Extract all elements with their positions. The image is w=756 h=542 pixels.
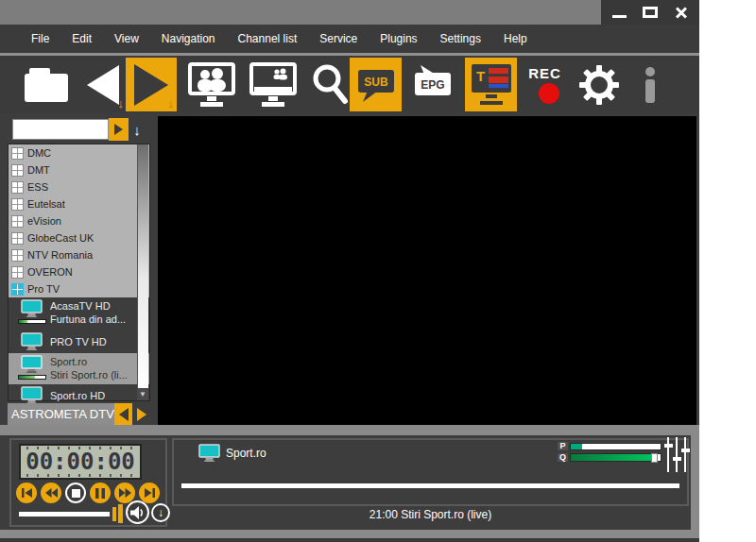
satellite-label: Eutelsat [27, 198, 65, 210]
satellite-label: ESS [27, 181, 48, 193]
previous-channel-button[interactable]: ↓ [79, 58, 127, 111]
grid-icon [11, 215, 24, 228]
program-progress [18, 319, 46, 324]
rewind-button[interactable] [41, 483, 61, 503]
play-button[interactable]: ↓ [126, 58, 177, 111]
settings-button[interactable] [573, 58, 625, 111]
grid-icon [11, 232, 24, 245]
grid-icon [11, 266, 24, 279]
menu-item-navigation[interactable]: Navigation [150, 32, 227, 45]
channel-name: Sport.ro [50, 355, 128, 368]
skip-start-button[interactable] [16, 483, 37, 503]
menu-item-channel-list[interactable]: Channel list [227, 32, 309, 45]
satellite-label: GlobeCast UK [27, 232, 94, 244]
provider-next-button[interactable] [132, 403, 151, 425]
mute-button[interactable] [126, 500, 149, 524]
channel-row-selected[interactable]: Sport.ro Stiri Sport.ro (li... [9, 353, 149, 384]
satellite-row[interactable]: NTV Romania [9, 246, 149, 263]
multiview-button[interactable] [183, 58, 240, 111]
back-triangle-icon [87, 65, 119, 105]
satellite-label: DMT [27, 164, 50, 176]
satellite-label: DMC [27, 147, 51, 159]
grid-icon-active [11, 283, 24, 296]
menu-item-settings[interactable]: Settings [429, 32, 492, 45]
menu-item-view[interactable]: View [103, 32, 150, 45]
satellite-row[interactable]: DMC [9, 144, 149, 161]
scroll-down-button[interactable]: ▼ [137, 388, 148, 400]
volume-slider[interactable] [19, 512, 110, 517]
volume-handle[interactable] [112, 507, 116, 521]
satellite-row[interactable]: OVERON [9, 263, 149, 280]
satellite-row[interactable]: ESS [9, 178, 149, 195]
channel-row[interactable]: Sport.ro HD [9, 384, 149, 404]
search-button[interactable] [302, 58, 354, 111]
tv-icon [21, 386, 43, 405]
desktop: File Edit View Navigation Channel list S… [0, 0, 756, 542]
provider-prev-button[interactable] [114, 403, 133, 425]
satellite-row-active[interactable]: Pro TV [9, 280, 149, 297]
satellite-row[interactable]: GlobeCast UK [9, 229, 149, 246]
pip-view-button[interactable] [245, 58, 301, 111]
record-button[interactable]: REC [519, 58, 571, 111]
satellite-row[interactable]: eVision [9, 212, 149, 229]
search-go-button[interactable] [109, 118, 129, 141]
subtitles-button[interactable]: SUB [350, 58, 402, 111]
menu-item-file[interactable]: File [20, 32, 60, 45]
menubar: File Edit View Navigation Channel list S… [0, 25, 699, 53]
menu-item-help[interactable]: Help [492, 32, 539, 45]
svg-text:EPG: EPG [421, 78, 444, 92]
search-dropdown-button[interactable]: ↓ [129, 122, 146, 138]
now-playing-channel: Sport.ro [226, 447, 266, 460]
teletext-button[interactable]: T [465, 58, 517, 111]
menu-item-plugins[interactable]: Plugins [369, 32, 428, 45]
svg-text:T: T [476, 68, 485, 84]
teletext-monitor-icon: T [470, 62, 513, 108]
info-icon [645, 67, 655, 103]
tv-icon [21, 332, 43, 351]
epg-bubble-icon: EPG [411, 63, 455, 107]
maximize-button[interactable] [638, 1, 662, 24]
pause-button[interactable] [90, 483, 111, 503]
channel-program: Stiri Sport.ro (li... [50, 368, 128, 381]
now-playing-status: 21:00 Stiri Sport.ro (live) [172, 508, 689, 521]
channel-row[interactable]: AcasaTV HD Furtuna din ad... [9, 297, 149, 329]
channel-name: PRO TV HD [50, 335, 107, 348]
fast-forward-button[interactable] [114, 483, 135, 503]
provider-label: ASTROMETA DTV [8, 407, 114, 421]
stop-button[interactable] [65, 483, 86, 503]
menu-item-service[interactable]: Service [308, 32, 369, 45]
maximize-icon [643, 7, 658, 18]
pause-icon [95, 488, 105, 499]
epg-button[interactable]: EPG [408, 58, 457, 111]
minimize-icon [612, 15, 627, 18]
skip-end-button[interactable] [139, 483, 160, 503]
now-playing-box: Sport.ro P Q [172, 438, 689, 506]
satellite-row[interactable]: Eutelsat [9, 195, 149, 212]
channel-row[interactable]: PRO TV HD [9, 329, 149, 353]
close-button[interactable] [669, 1, 694, 24]
close-icon [675, 6, 688, 19]
open-file-button[interactable] [19, 58, 74, 111]
download-button[interactable]: ↓ [151, 503, 170, 522]
subtitles-bubble-icon: SUB [355, 63, 397, 107]
seek-bar[interactable] [181, 483, 679, 488]
info-button[interactable] [627, 58, 674, 111]
menu-item-edit[interactable]: Edit [60, 32, 103, 45]
folder-icon [25, 68, 68, 102]
grid-icon [11, 164, 24, 177]
list-scrollbar[interactable] [137, 144, 148, 388]
channel-search-input[interactable] [12, 119, 109, 140]
channel-tree: DMC DMT ESS Eutelsat eVision GlobeCast U… [8, 144, 150, 401]
equalizer-icon[interactable] [664, 437, 691, 472]
satellite-label: Pro TV [27, 283, 60, 295]
dropdown-arrow-icon: ↓ [118, 96, 125, 110]
grid-icon [11, 147, 24, 160]
satellite-row[interactable]: DMT [9, 161, 149, 178]
window-border-strip [0, 538, 699, 542]
record-dot-icon [539, 83, 559, 104]
stop-icon [72, 489, 80, 498]
titlebar[interactable] [0, 0, 699, 25]
volume-handle[interactable] [118, 504, 123, 523]
speaker-icon [130, 506, 145, 519]
minimize-button[interactable] [608, 1, 632, 24]
